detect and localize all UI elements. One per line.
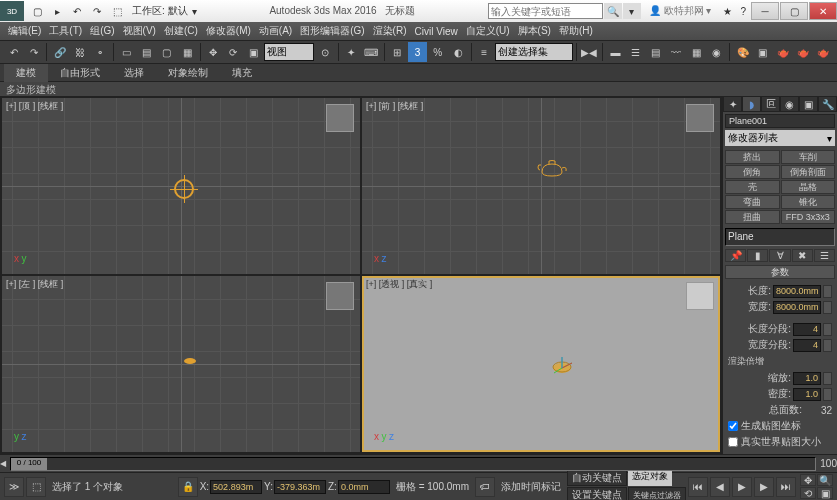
viewport-top[interactable]: [+] [顶 ] [线框 ] x y <box>2 98 360 274</box>
prev-frame-icon[interactable]: ◀ <box>710 477 730 497</box>
keyfilter-button[interactable]: 关键点过滤器 <box>628 487 686 500</box>
add-tag-label[interactable]: 添加时间标记 <box>497 480 565 494</box>
lock-sel-icon[interactable]: 🔒 <box>178 477 198 497</box>
tab-modify-icon[interactable]: ◗ <box>742 96 761 112</box>
percent-snap-icon[interactable]: % <box>428 42 447 62</box>
mod-bevelprofile[interactable]: 倒角剖面 <box>781 165 836 179</box>
modifier-list-dropdown[interactable]: 修改器列表▾ <box>725 130 835 146</box>
tab-display-icon[interactable]: ▣ <box>799 96 818 112</box>
mod-bend[interactable]: 弯曲 <box>725 195 780 209</box>
ribbon-tab-paint[interactable]: 对象绘制 <box>156 64 220 82</box>
viewport-left[interactable]: [+] [左 ] [线框 ] y z <box>2 276 360 452</box>
goto-start-icon[interactable]: ⏮ <box>688 477 708 497</box>
setkey-button[interactable]: 设置关键点 <box>567 487 627 500</box>
schematic-icon[interactable]: ▦ <box>687 42 706 62</box>
object-name-field[interactable]: Plane001 <box>725 114 835 128</box>
scale-input[interactable] <box>793 372 821 385</box>
link-icon[interactable]: 🔗 <box>50 42 69 62</box>
mod-bevel[interactable]: 倒角 <box>725 165 780 179</box>
menu-group[interactable]: 组(G) <box>86 24 118 38</box>
viewport-label[interactable]: [+] [透视 ] [真实 ] <box>366 278 432 291</box>
goto-end-icon[interactable]: ⏭ <box>776 477 796 497</box>
signin-link[interactable]: 👤 欧特邦网 ▾ <box>649 4 712 18</box>
menu-tools[interactable]: 工具(T) <box>45 24 86 38</box>
ribbon-tab-freeform[interactable]: 自由形式 <box>48 64 112 82</box>
viewport-perspective[interactable]: [+] [透视 ] [真实 ] x y z <box>362 276 720 452</box>
search-icon[interactable]: 🔍 <box>604 3 622 19</box>
minimize-button[interactable]: ─ <box>751 2 779 20</box>
edit-sel-icon[interactable]: ≡ <box>475 42 494 62</box>
render-iterate-icon[interactable]: 🫖 <box>794 42 813 62</box>
spinner-icon[interactable] <box>823 388 832 401</box>
tab-utilities-icon[interactable]: 🔧 <box>818 96 837 112</box>
bind-icon[interactable]: ⚬ <box>91 42 110 62</box>
maximize-button[interactable]: ▢ <box>780 2 808 20</box>
curve-editor-icon[interactable]: 〰 <box>667 42 686 62</box>
time-tag-icon[interactable]: 🏷 <box>475 477 495 497</box>
show-result-icon[interactable]: ▮ <box>747 249 768 262</box>
select-icon[interactable]: ▭ <box>117 42 136 62</box>
unlink-icon[interactable]: ⛓ <box>71 42 90 62</box>
teapot-object[interactable] <box>548 357 576 375</box>
workspace-label[interactable]: 工作区: 默认 <box>132 4 188 18</box>
ribbon-tab-select[interactable]: 选择 <box>112 64 156 82</box>
spinner-icon[interactable] <box>823 339 832 352</box>
genmap-checkbox[interactable] <box>728 421 738 431</box>
select-name-icon[interactable]: ▤ <box>137 42 156 62</box>
qat-save-icon[interactable]: ↶ <box>68 3 86 19</box>
angle-snap-icon[interactable]: 3 <box>408 42 427 62</box>
align-icon[interactable]: ▬ <box>606 42 625 62</box>
menu-civil[interactable]: Civil View <box>411 26 462 37</box>
manipulate-icon[interactable]: ✦ <box>341 42 360 62</box>
render-setup-icon[interactable]: 🎨 <box>733 42 752 62</box>
menu-graph[interactable]: 图形编辑器(G) <box>296 24 368 38</box>
teapot-object[interactable] <box>534 156 570 178</box>
layer-icon[interactable]: ☰ <box>626 42 645 62</box>
render-prod-icon[interactable]: 🫖 <box>814 42 833 62</box>
nav-pan-icon[interactable]: ✥ <box>800 474 816 486</box>
rotate-icon[interactable]: ⟳ <box>224 42 243 62</box>
tab-motion-icon[interactable]: ◉ <box>780 96 799 112</box>
menu-anim[interactable]: 动画(A) <box>255 24 296 38</box>
ribbon-tab-modeling[interactable]: 建模 <box>4 64 48 82</box>
ref-coord-dropdown[interactable]: 视图 <box>264 43 314 61</box>
material-icon[interactable]: ◉ <box>707 42 726 62</box>
qat-redo-icon[interactable]: ⬚ <box>108 3 126 19</box>
help-search-input[interactable] <box>488 3 603 19</box>
density-input[interactable] <box>793 388 821 401</box>
star-icon[interactable]: ★ <box>719 6 736 17</box>
mod-taper[interactable]: 锥化 <box>781 195 836 209</box>
mod-shell[interactable]: 壳 <box>725 180 780 194</box>
viewport-label[interactable]: [+] [前 ] [线框 ] <box>366 100 423 113</box>
mod-extrude[interactable]: 挤出 <box>725 150 780 164</box>
wseg-input[interactable] <box>793 339 821 352</box>
move-icon[interactable]: ✥ <box>204 42 223 62</box>
x-input[interactable] <box>210 480 262 494</box>
pin-stack-icon[interactable]: 📌 <box>725 249 746 262</box>
spinner-snap-icon[interactable]: ◐ <box>448 42 467 62</box>
realworld-checkbox[interactable] <box>728 437 738 447</box>
config-icon[interactable]: ☰ <box>814 249 835 262</box>
qat-undo-icon[interactable]: ↷ <box>88 3 106 19</box>
viewcube-icon[interactable] <box>326 104 354 132</box>
snap-toggle-icon[interactable]: ⊞ <box>388 42 407 62</box>
viewport-front[interactable]: [+] [前 ] [线框 ] x z <box>362 98 720 274</box>
next-frame-icon[interactable]: ▶ <box>754 477 774 497</box>
menu-help[interactable]: 帮助(H) <box>555 24 597 38</box>
viewport-label[interactable]: [+] [顶 ] [线框 ] <box>6 100 63 113</box>
menu-script[interactable]: 脚本(S) <box>514 24 555 38</box>
viewcube-icon[interactable] <box>686 282 714 310</box>
unique-icon[interactable]: ∀ <box>769 249 790 262</box>
time-slider-knob[interactable]: 0 / 100 <box>11 458 47 470</box>
length-input[interactable] <box>773 285 821 298</box>
transform-gizmo[interactable] <box>174 179 194 199</box>
z-input[interactable] <box>338 480 390 494</box>
named-sel-dropdown[interactable]: 创建选择集 <box>495 43 573 61</box>
window-crossing-icon[interactable]: ▦ <box>178 42 197 62</box>
nav-orbit-icon[interactable]: ⟲ <box>800 487 816 499</box>
menu-custom[interactable]: 自定义(U) <box>462 24 514 38</box>
qat-new-icon[interactable]: ▢ <box>28 3 46 19</box>
help-icon[interactable]: ? <box>736 6 750 17</box>
viewcube-icon[interactable] <box>686 104 714 132</box>
tab-create-icon[interactable]: ✦ <box>723 96 742 112</box>
